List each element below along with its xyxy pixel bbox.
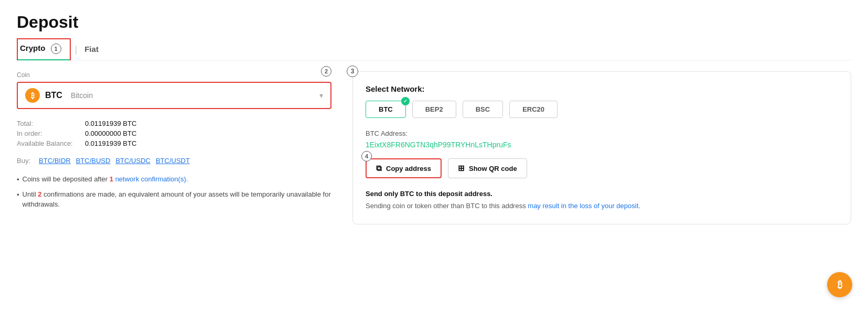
warning-link: may result in the loss of your deposit. [528, 202, 640, 210]
tabs-row: Crypto 1 | Fiat [17, 38, 851, 61]
buy-link-usdc[interactable]: BTC/USDC [115, 157, 150, 165]
step1-badge: 1 [51, 44, 61, 54]
buy-link-bidr[interactable]: BTC/BIDR [39, 157, 71, 165]
network-check-icon: ✓ [401, 97, 410, 105]
network-btn-erc20[interactable]: ERC20 [509, 101, 558, 118]
balance-available-row: Available Balance: 0.01191939 BTC [17, 139, 331, 147]
right-panel: 3 Select Network: BTC ✓ BEP2 BSC ERC20 B… [352, 71, 851, 224]
network-buttons: BTC ✓ BEP2 BSC ERC20 [366, 101, 838, 118]
action-buttons: ⧉ Copy address ⊞ Show QR code [366, 158, 527, 178]
main-layout: 2 Coin ₿ BTC Bitcoin ▾ Total: 0.01191939… [17, 71, 851, 224]
balance-inorder-row: In order: 0.00000000 BTC [17, 129, 331, 137]
copy-icon: ⧉ [376, 164, 382, 173]
btc-coin-icon: ₿ [25, 88, 40, 103]
copy-address-button[interactable]: ⧉ Copy address [366, 158, 442, 178]
note-highlight-2: 2 [38, 190, 41, 198]
buy-label: Buy: [17, 157, 30, 165]
warning-title: Send only BTC to this deposit address. [366, 190, 838, 198]
buy-row: Buy: BTC/BIDR BTC/BUSD BTC/USDC BTC/USDT [17, 157, 331, 165]
qr-icon: ⊞ [458, 164, 465, 173]
inorder-label: In order: [17, 129, 85, 137]
available-label: Available Balance: [17, 139, 85, 147]
tab-divider: | [75, 44, 78, 55]
dropdown-arrow-icon: ▾ [319, 91, 323, 100]
total-label: Total: [17, 120, 85, 127]
note-highlight-1: 1 [110, 175, 113, 183]
coin-selector[interactable]: ₿ BTC Bitcoin ▾ [17, 82, 331, 109]
btc-address-value: 1EixtX8FR6NGTN3qhP99TRYHnLsTHpruFs [366, 141, 838, 149]
buy-link-usdt[interactable]: BTC/USDT [156, 157, 190, 165]
balance-total-row: Total: 0.01191939 BTC [17, 120, 331, 127]
step4-badge: 4 [361, 151, 372, 161]
network-btn-btc[interactable]: BTC ✓ [366, 101, 406, 118]
left-panel: 2 Coin ₿ BTC Bitcoin ▾ Total: 0.01191939… [17, 71, 331, 214]
address-label: BTC Address: [366, 129, 838, 137]
buy-link-busd[interactable]: BTC/BUSD [76, 157, 111, 165]
tab-crypto[interactable]: Crypto 1 [17, 38, 71, 60]
warning-text: Sending coin or token other than BTC to … [366, 201, 838, 211]
coin-label: Coin [17, 71, 331, 79]
coin-ticker: BTC [45, 91, 62, 100]
total-value: 0.01191939 BTC [85, 120, 136, 127]
show-qr-button[interactable]: ⊞ Show QR code [448, 158, 527, 178]
inorder-value: 0.00000000 BTC [85, 129, 136, 137]
coin-name: Bitcoin [71, 91, 93, 100]
action-buttons-wrapper: 4 ⧉ Copy address ⊞ Show QR code [366, 158, 527, 190]
note-item-2: • Until 2 confirmations are made, an equ… [17, 189, 331, 210]
available-value: 0.01191939 BTC [85, 139, 136, 147]
note-item-1: • Coins will be deposited after 1 networ… [17, 174, 331, 185]
select-network-label: Select Network: [366, 84, 838, 93]
tab-fiat[interactable]: Fiat [81, 39, 108, 60]
note-link-1[interactable]: network confirmation(s). [115, 175, 188, 183]
balance-section: Total: 0.01191939 BTC In order: 0.000000… [17, 120, 331, 147]
network-btn-bsc[interactable]: BSC [463, 101, 503, 118]
step3-badge: 3 [347, 66, 358, 77]
page-title: Deposit [17, 13, 851, 32]
step2-badge: 2 [321, 66, 331, 77]
network-btn-bep2[interactable]: BEP2 [412, 101, 456, 118]
notes-section: • Coins will be deposited after 1 networ… [17, 174, 331, 210]
